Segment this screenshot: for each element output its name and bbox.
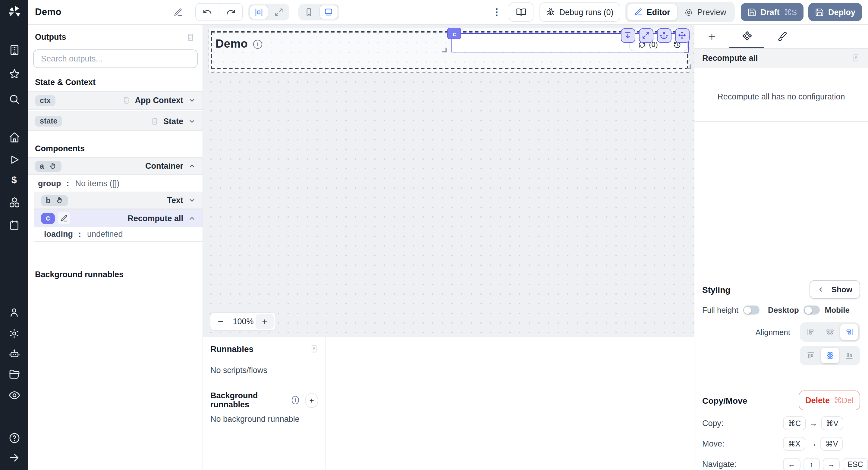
canvas-text-component[interactable]: Demo <box>216 37 248 51</box>
tab-preview[interactable]: Preview <box>678 4 733 20</box>
resize-handle[interactable] <box>442 48 447 53</box>
editor-label: Editor <box>647 7 670 17</box>
settings-doc-icon[interactable] <box>852 54 860 62</box>
kbd-key: ⌘V <box>821 437 843 451</box>
align-center-vertical-icon[interactable] <box>821 348 839 363</box>
tab-editor[interactable]: Editor <box>627 4 678 21</box>
app-title: Demo <box>35 7 61 18</box>
workspace-building-icon[interactable] <box>0 43 28 57</box>
collapse-arrow-right-icon[interactable] <box>0 450 28 465</box>
audit-eye-icon[interactable] <box>0 388 28 403</box>
rail-divider <box>0 119 28 119</box>
align-bottom-icon[interactable] <box>840 348 858 363</box>
full-height-label: Full height <box>702 306 738 315</box>
align-top-icon[interactable] <box>802 348 820 363</box>
align-left-icon[interactable] <box>802 324 820 340</box>
align-center-horizontal-icon[interactable] <box>821 324 839 340</box>
outputs-title: Outputs <box>35 33 66 41</box>
app-canvas[interactable]: Demo i c (0) <box>203 25 694 337</box>
empty-config-message: Recompute all has no configuration <box>694 92 868 101</box>
edit-title-pencil-icon[interactable] <box>174 7 183 17</box>
tab-styling-brush-icon[interactable] <box>764 25 799 48</box>
move-button[interactable] <box>675 28 689 42</box>
zoom-level: 100% <box>231 317 255 326</box>
draft-save-button[interactable]: Draft ⌘S <box>741 3 804 21</box>
align-right-icon[interactable] <box>840 324 858 340</box>
kbd-key: → <box>823 458 840 470</box>
undo-redo-group <box>195 3 243 21</box>
debug-runs-button[interactable]: Debug runs (0) <box>539 2 620 22</box>
outputs-panel: Outputs State & Context ctx App Con <box>28 25 203 470</box>
search-outputs-input[interactable] <box>40 54 191 64</box>
chevron-down-icon[interactable] <box>188 96 196 104</box>
runnables-doc-icon[interactable] <box>310 345 318 353</box>
chevron-down-icon[interactable] <box>188 117 196 125</box>
component-row-c[interactable]: c Recompute all <box>34 209 203 227</box>
component-row-b[interactable]: b Text <box>34 192 203 209</box>
users-person-icon[interactable] <box>0 305 28 319</box>
canvas-zoom-control: − 100% + <box>210 312 276 331</box>
center-content-icon[interactable] <box>250 5 268 19</box>
info-icon[interactable]: i <box>253 39 262 49</box>
delete-button[interactable]: Delete ⌘Del <box>799 390 860 410</box>
deploy-button[interactable]: Deploy <box>808 3 862 21</box>
full-height-toggle[interactable] <box>743 306 760 315</box>
draft-shortcut: ⌘S <box>784 7 797 17</box>
home-icon[interactable] <box>0 130 28 145</box>
search-outputs-box <box>33 50 198 68</box>
runs-play-icon[interactable] <box>0 152 28 167</box>
outputs-doc-icon[interactable] <box>186 33 195 41</box>
desktop-view-icon[interactable] <box>319 5 338 19</box>
chevron-up-icon[interactable] <box>188 214 196 222</box>
show-styling-button[interactable]: Show <box>810 280 860 299</box>
undo-button[interactable] <box>196 4 219 21</box>
settings-gear-icon[interactable] <box>0 326 28 340</box>
mobile-view-icon[interactable] <box>300 5 318 19</box>
state-context-heading: State & Context <box>35 78 203 87</box>
kbd-key: ← <box>783 458 800 470</box>
folders-icon[interactable] <box>0 367 28 381</box>
add-background-runnable-button[interactable]: + <box>305 393 318 408</box>
component-row-a[interactable]: a Container <box>28 157 203 175</box>
group-prop-row: group : No items ([]) <box>28 175 203 192</box>
fullscreen-button[interactable] <box>639 28 653 42</box>
expand-down-button[interactable] <box>621 28 635 42</box>
ctx-badge: ctx <box>35 95 56 106</box>
resources-cubes-icon[interactable] <box>0 195 28 210</box>
copy-move-title: Copy/Move <box>702 396 747 405</box>
deploy-floppy-icon <box>815 7 824 17</box>
schedules-calendar-icon[interactable] <box>0 218 28 232</box>
resize-handle[interactable] <box>687 64 691 69</box>
debug-runs-label: Debug runs (0) <box>559 7 613 17</box>
no-background-runnable-label: No background runnable <box>210 414 318 424</box>
tab-insert-plus-icon[interactable] <box>694 25 730 48</box>
tab-settings-component-icon[interactable] <box>730 25 764 48</box>
anchor-button[interactable] <box>657 28 671 42</box>
output-row-state[interactable]: state State <box>28 112 203 131</box>
chevron-up-icon[interactable] <box>188 162 196 170</box>
info-icon[interactable]: i <box>291 396 299 404</box>
desktop-toggle[interactable] <box>804 306 820 315</box>
favorites-star-icon[interactable] <box>0 67 28 81</box>
variables-dollar-icon[interactable]: $ <box>0 173 28 187</box>
kbd-key: ESC <box>843 458 868 470</box>
zoom-out-button[interactable]: − <box>210 316 231 327</box>
more-menu-kebab-icon[interactable]: ⋮ <box>491 7 502 18</box>
output-row-ctx[interactable]: ctx App Context <box>28 91 203 110</box>
workers-robot-icon[interactable] <box>0 347 28 362</box>
expand-canvas-icon[interactable] <box>270 5 288 19</box>
search-icon[interactable] <box>0 92 28 106</box>
vertical-align-group <box>800 346 860 365</box>
chevron-down-icon[interactable] <box>188 196 196 204</box>
c-badge: c <box>41 212 55 224</box>
help-icon[interactable] <box>0 431 28 445</box>
windmill-logo[interactable] <box>0 4 28 20</box>
docs-book-button[interactable] <box>508 2 533 22</box>
selected-component-tag[interactable]: c <box>447 28 461 39</box>
redo-button[interactable] <box>219 4 242 21</box>
runnables-panel: Runnables No scripts/flows Background ru… <box>203 337 326 470</box>
ctx-type-label: App Context <box>135 96 184 105</box>
zoom-in-button[interactable]: + <box>255 314 274 329</box>
edit-component-pencil-icon[interactable] <box>58 212 70 224</box>
bottom-editor-area <box>326 337 694 470</box>
